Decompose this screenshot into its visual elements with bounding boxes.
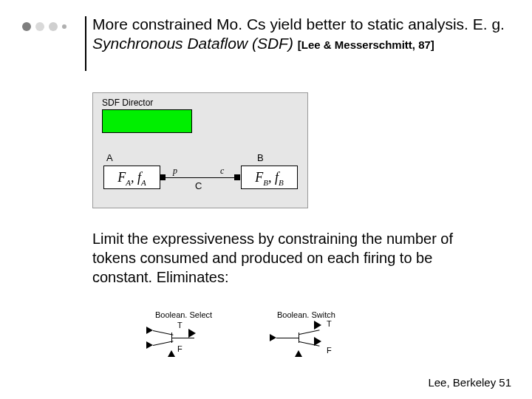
port-icon — [234, 174, 240, 180]
slide-footer: Lee, Berkeley 51 — [428, 376, 511, 389]
triangle-up-icon — [168, 350, 175, 357]
channel-wire — [166, 177, 234, 178]
heading-divider — [85, 16, 86, 71]
t-label: T — [327, 319, 332, 328]
boolean-select-title: Boolean. Select — [155, 310, 212, 319]
sdf-diagram: SDF Director A B FA, fA FB, fB p c C — [92, 92, 308, 208]
triangle-icon — [146, 341, 153, 349]
wire — [172, 338, 194, 338]
actor-b-label: B — [257, 152, 264, 163]
actor-a-box: FA, fA — [103, 166, 160, 189]
t-label: T — [177, 321, 183, 330]
sdf-director-box — [102, 109, 192, 133]
port-icon — [160, 174, 166, 180]
body-paragraph: Limit the expressiveness by constraining… — [92, 229, 491, 287]
dot-icon — [62, 24, 66, 29]
sdf-director-label: SDF Director — [102, 98, 153, 108]
channel-c-label: C — [195, 180, 202, 191]
heading-line2: Synchronous Dataflow (SDF) — [92, 35, 293, 52]
slide-heading: More constrained Mo. Cs yield better to … — [92, 15, 506, 54]
port-c-label: c — [220, 166, 224, 177]
wire — [299, 330, 320, 335]
f-label: F — [177, 344, 183, 353]
triangle-icon — [270, 334, 276, 341]
actor-b-func: FB, fB — [255, 170, 283, 185]
port-p-label: p — [173, 166, 177, 177]
actor-a-func: FA, fA — [117, 170, 146, 185]
f-label: F — [327, 346, 332, 355]
boolean-actors-diagram: Boolean. Select T F Boolean. Switch T F — [126, 310, 392, 362]
wire — [276, 338, 299, 338]
dot-icon — [35, 22, 44, 31]
dot-icon — [49, 22, 58, 31]
actor-a-label: A — [106, 152, 113, 163]
dot-icon — [22, 22, 31, 31]
triangle-icon — [146, 327, 153, 334]
wire — [153, 330, 174, 335]
triangle-up-icon — [295, 350, 302, 357]
boolean-switch-title: Boolean. Switch — [277, 310, 335, 319]
slide-bullet-decor — [22, 22, 71, 31]
heading-line1: More constrained Mo. Cs yield better to … — [92, 16, 505, 33]
wire — [153, 341, 174, 346]
heading-citation: [Lee & Messerschmitt, 87] — [298, 38, 434, 51]
actor-b-box: FB, fB — [241, 166, 298, 189]
